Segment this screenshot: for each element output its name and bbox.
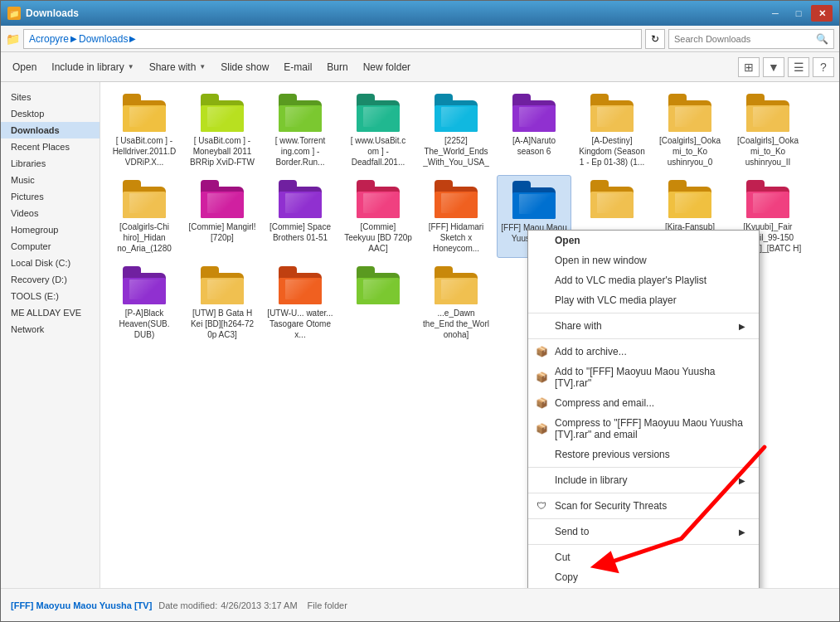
file-content[interactable]: [ UsaBit.com ] - Helldriver.2011.DVDRiP.… — [100, 82, 839, 588]
window-icon: 📁 — [7, 7, 21, 20]
share-with-arrow: ▼ — [199, 63, 206, 70]
context-menu-item[interactable]: 📦Compress to "[FFF] Maoyuu Maou Yuusha [… — [528, 413, 759, 445]
sidebar-item-videos[interactable]: Videos — [1, 205, 100, 221]
burn-button[interactable]: Burn — [320, 58, 354, 76]
file-item[interactable]: [A-A]Naruto season 6 — [497, 89, 571, 172]
maximize-button[interactable]: □ — [788, 5, 809, 22]
sidebar-item-computer[interactable]: Computer — [1, 238, 100, 255]
folder-overlay — [207, 193, 244, 213]
context-menu-item[interactable]: Play with VLC media player — [528, 290, 759, 310]
sidebar-item-homegroup[interactable]: Homegroup — [1, 221, 100, 238]
folder-icon — [509, 179, 559, 221]
file-item[interactable]: [UTW-U... water... Tasogare Otome x... — [263, 261, 337, 344]
context-menu-item[interactable]: Cut — [528, 547, 759, 567]
minimize-button[interactable]: ─ — [765, 5, 786, 22]
search-input[interactable] — [674, 34, 816, 44]
file-item[interactable]: [Coalgirls-Chi hiro]_Hidan no_Aria_(1280… — [107, 175, 182, 258]
folder-front — [123, 278, 166, 304]
folder-overlay — [441, 279, 478, 299]
sidebar-item-desktop[interactable]: Desktop — [1, 105, 100, 122]
help-button[interactable]: ? — [813, 57, 834, 77]
submenu-arrow: ▶ — [739, 527, 745, 537]
file-item[interactable]: [Coalgirls]_Ookami_to_Ko ushinryou_0 128… — [653, 89, 727, 172]
sidebar-item-toolse[interactable]: TOOLS (E:) — [1, 288, 100, 304]
breadcrumb[interactable]: Acropyre ▶ Downloads ▶ — [23, 29, 642, 49]
file-item[interactable]: ...e_Dawn the_End the_Worl onoha] — [419, 261, 493, 344]
file-item[interactable]: [Commie] Mangirl! [720p] — [185, 175, 260, 258]
toolbar: Open Include in library ▼ Share with ▼ S… — [1, 52, 839, 82]
file-name: [ UsaBit.com ] - Moneyball 2011 BRRip Xv… — [188, 135, 256, 168]
view-icons-button[interactable]: ⊞ — [738, 57, 760, 77]
context-menu-item[interactable]: 📦Compress and email... — [528, 393, 759, 413]
sidebar-item-libraries[interactable]: Libraries — [1, 155, 100, 172]
folder-front — [357, 278, 400, 304]
file-item[interactable]: [ UsaBit.com ] - Helldriver.2011.DVDRiP.… — [107, 89, 182, 172]
context-menu-separator — [528, 467, 759, 468]
context-menu-item[interactable]: Restore previous versions — [528, 445, 759, 464]
sidebar-item-recoveryd[interactable]: Recovery (D:) — [1, 271, 100, 288]
file-item[interactable]: [Coalgirls]_Ookami_to_Ko ushinryou_II 12… — [731, 89, 805, 172]
file-name: [Coalgirls-Chi hiro]_Hidan no_Aria_(1280… — [110, 221, 178, 255]
search-box[interactable]: 🔍 — [668, 29, 834, 49]
file-item[interactable]: [ UsaBit.com ] - Moneyball 2011 BRRip Xv… — [185, 89, 260, 172]
sidebar-item-meallday[interactable]: ME ALLDAY EVE — [1, 304, 100, 321]
context-menu-item[interactable]: Share with▶ — [528, 316, 759, 336]
folder-overlay — [285, 279, 322, 299]
breadcrumb-downloads[interactable]: Downloads — [79, 33, 128, 45]
folder-front — [279, 278, 322, 304]
view-arrow-button[interactable]: ▼ — [763, 57, 784, 77]
folder-overlay — [675, 193, 711, 213]
include-library-button[interactable]: Include in library ▼ — [45, 58, 140, 76]
view-details-button[interactable]: ☰ — [788, 57, 809, 77]
context-menu-item[interactable]: 🛡Scan for Security Threats — [528, 496, 759, 516]
context-menu-item[interactable]: Include in library▶ — [528, 470, 759, 490]
folder-overlay — [129, 279, 166, 299]
file-name: [UTW] B Gata H Kei [BD][h264-72 0p AC3] — [188, 308, 256, 340]
folder-icon — [197, 92, 247, 134]
slideshow-button[interactable]: Slide show — [214, 58, 275, 76]
context-menu-item[interactable]: Copy — [528, 567, 759, 587]
context-menu-item[interactable]: Open in new window — [528, 250, 759, 270]
file-item[interactable]: [FFF] Hidamari Sketch x Honeycom... — [419, 175, 493, 258]
file-item[interactable]: [Commie] Teekyuu [BD 720p AAC] — [341, 175, 415, 258]
file-item[interactable]: [UTW] B Gata H Kei [BD][h264-72 0p AC3] — [185, 261, 260, 344]
folder-front — [123, 192, 166, 218]
open-button[interactable]: Open — [6, 58, 43, 76]
email-button[interactable]: E-mail — [277, 58, 318, 76]
folder-overlay — [597, 193, 634, 213]
folder-icon — [275, 178, 325, 220]
file-name: [ UsaBit.com ] - Helldriver.2011.DVDRiP.… — [110, 135, 178, 168]
sidebar-item-downloads[interactable]: Downloads — [1, 122, 100, 138]
file-item[interactable] — [341, 261, 415, 344]
file-name: [A-Destiny] Kingdom (Season 1 - Ep 01-38… — [578, 135, 646, 168]
sidebar-item-music[interactable]: Music — [1, 172, 100, 188]
folder-icon — [119, 178, 169, 220]
new-folder-button[interactable]: New folder — [357, 58, 417, 76]
folder-front — [357, 105, 400, 132]
context-menu-item[interactable]: Send to▶ — [528, 522, 759, 542]
context-menu-item[interactable]: Open — [528, 231, 759, 250]
context-menu-item[interactable]: 📦Add to "[FFF] Maoyuu Maou Yuusha [TV].r… — [528, 362, 759, 393]
share-with-button[interactable]: Share with ▼ — [143, 58, 213, 76]
file-name: [Commie] Teekyuu [BD 720p AAC] — [344, 221, 412, 254]
file-item[interactable]: [2252] The_World_Ends_With_You_USA_NDS..… — [419, 89, 493, 172]
context-menu-item[interactable]: Add to VLC media player's Playlist — [528, 270, 759, 290]
file-item[interactable]: [Commie] Space Brothers 01-51 — [263, 175, 337, 258]
file-item[interactable]: [P-A]Black Heaven(SUB. DUB) (COMPLETE) — [107, 261, 182, 344]
folder-overlay — [519, 107, 556, 127]
context-menu-item[interactable]: 📦Add to archive... — [528, 342, 759, 362]
sidebar-item-pictures[interactable]: Pictures — [1, 188, 100, 205]
archive-icon: 📦 — [535, 422, 548, 435]
breadcrumb-root[interactable]: Acropyre — [29, 33, 69, 45]
refresh-button[interactable]: ↻ — [645, 29, 665, 49]
sidebar-item-recent[interactable]: Recent Places — [1, 138, 100, 155]
folder-icon — [275, 265, 325, 306]
folder-icon: 📁 — [6, 32, 20, 46]
file-item[interactable]: [ www.UsaBit.c om ] - Deadfall.201... — [341, 89, 415, 172]
sidebar-item-sites[interactable]: Sites — [1, 89, 100, 105]
sidebar-item-localc[interactable]: Local Disk (C:) — [1, 255, 100, 271]
sidebar-item-network[interactable]: Network — [1, 321, 100, 338]
file-item[interactable]: [A-Destiny] Kingdom (Season 1 - Ep 01-38… — [575, 89, 649, 172]
close-button[interactable]: ✕ — [811, 5, 833, 22]
file-item[interactable]: [ www.Torrent ing.com ] - Border.Run... — [263, 89, 337, 172]
